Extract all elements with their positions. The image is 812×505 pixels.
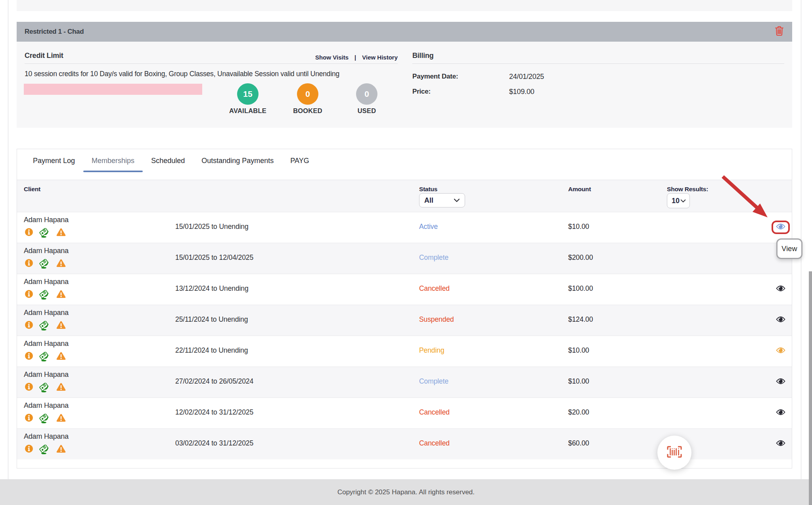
view-membership-eye-button[interactable] (776, 285, 785, 292)
warning-icon[interactable] (56, 352, 66, 362)
warning-icon[interactable] (56, 290, 66, 300)
membership-amount: $20.00 (568, 408, 589, 416)
tab-payment-log[interactable]: Payment Log (25, 149, 83, 180)
membership-status: Cancelled (419, 284, 450, 292)
membership-row: Adam Hapana 25/11/2024 to Unending Suspe… (17, 305, 792, 336)
warning-icon[interactable] (56, 383, 66, 393)
billing-field-label: Price: (412, 88, 509, 96)
show-visits-link[interactable]: Show Visits (315, 54, 349, 61)
barcode-scan-icon (667, 446, 682, 459)
credit-limit-description: 10 session credits for 10 Day/s valid fo… (25, 70, 398, 78)
billing-field: Price: $109.00 (412, 84, 784, 99)
client-name: Adam Hapana (24, 278, 69, 286)
billing-field: Payment Date: 24/01/2025 (412, 69, 784, 84)
payment-money-icon[interactable] (39, 352, 49, 363)
billing-field-value: $109.00 (509, 88, 534, 96)
membership-status: Cancelled (419, 408, 450, 416)
link-separator: | (354, 54, 356, 61)
warning-icon[interactable] (56, 414, 66, 424)
tab-label: Outstanding Payments (201, 157, 274, 165)
column-header-amount: Amount (568, 186, 591, 193)
show-results-value: 10 (672, 197, 680, 205)
membership-row: Adam Hapana 15/01/2025 to 12/04/2025 Com… (17, 243, 792, 274)
barcode-scan-button[interactable] (657, 436, 691, 470)
chevron-down-icon (454, 197, 460, 204)
membership-row: Adam Hapana 12/02/2024 to 31/12/2025 Can… (17, 397, 792, 428)
view-membership-eye-button[interactable] (776, 440, 785, 446)
view-membership-eye-button[interactable] (776, 347, 785, 353)
membership-amount: $200.00 (568, 253, 593, 261)
chevron-down-icon (680, 197, 686, 204)
info-icon[interactable] (25, 445, 33, 454)
status-filter-select[interactable]: All (419, 193, 465, 207)
view-membership-eye-button[interactable] (776, 378, 785, 384)
tab-memberships[interactable]: Memberships (83, 149, 143, 180)
membership-status: Cancelled (419, 439, 450, 447)
payment-money-icon[interactable] (39, 383, 49, 394)
payment-money-icon[interactable] (39, 290, 49, 301)
payment-money-icon[interactable] (39, 259, 49, 270)
warning-icon[interactable] (56, 321, 66, 331)
copyright-text: Copyright © 2025 Hapana. All rights rese… (337, 488, 475, 496)
membership-row: Adam Hapana 27/02/2024 to 26/05/2024 Com… (17, 367, 792, 397)
view-history-link[interactable]: View History (362, 54, 398, 61)
client-name: Adam Hapana (24, 371, 69, 379)
tab-outstanding-payments[interactable]: Outstanding Payments (193, 149, 282, 180)
billing-field-value: 24/01/2025 (509, 73, 544, 81)
membership-card-header: Restricted 1 - Chad (17, 22, 792, 42)
membership-status: Suspended (419, 315, 454, 323)
warning-icon[interactable] (56, 228, 66, 238)
stat-label: USED (343, 107, 391, 115)
payments-panel: Payment LogMembershipsScheduledOutstandi… (17, 149, 792, 469)
tab-label: Scheduled (151, 157, 185, 165)
info-icon[interactable] (25, 352, 33, 361)
stat-label: BOOKED (284, 107, 331, 115)
info-icon[interactable] (25, 228, 33, 238)
membership-status: Pending (419, 346, 444, 354)
view-membership-eye-button[interactable] (776, 316, 785, 323)
membership-period: 22/11/2024 to Unending (175, 346, 248, 354)
view-membership-eye-button[interactable] (776, 409, 785, 415)
warning-icon[interactable] (56, 445, 66, 455)
client-name: Adam Hapana (24, 340, 69, 348)
membership-amount: $10.00 (568, 346, 589, 354)
membership-status: Complete (419, 253, 448, 261)
membership-period: 15/01/2025 to 12/04/2025 (175, 253, 253, 261)
info-icon[interactable] (25, 414, 33, 423)
info-icon[interactable] (25, 290, 33, 300)
status-filter-value: All (424, 196, 433, 205)
credit-stat-available: 15 AVAILABLE (224, 83, 272, 115)
warning-icon[interactable] (56, 259, 66, 269)
membership-row: Adam Hapana 15/01/2025 to Unending Activ… (17, 212, 792, 243)
credit-stat-used: 0 USED (343, 83, 391, 115)
membership-status: Active (419, 222, 438, 230)
stat-bubble: 0 (356, 83, 377, 105)
payment-money-icon[interactable] (39, 321, 49, 332)
payment-money-icon[interactable] (39, 414, 49, 425)
billing-heading: Billing (412, 52, 434, 60)
tab-label: Payment Log (33, 157, 75, 165)
membership-amount: $10.00 (568, 377, 589, 385)
client-name: Adam Hapana (24, 247, 69, 255)
info-icon[interactable] (25, 259, 33, 269)
trash-icon (775, 26, 784, 38)
tab-payg[interactable]: PAYG (282, 149, 317, 180)
show-results-select[interactable]: 10 (667, 193, 690, 208)
membership-card-body: Credit Limit Show Visits | View History … (17, 42, 792, 128)
membership-row: Adam Hapana 13/12/2024 to Unending Cance… (17, 274, 792, 305)
payment-money-icon[interactable] (39, 445, 49, 456)
membership-amount: $10.00 (568, 222, 589, 230)
tab-scheduled[interactable]: Scheduled (143, 149, 193, 180)
membership-period: 03/02/2024 to 31/12/2025 (175, 439, 253, 447)
tab-bar: Payment LogMembershipsScheduledOutstandi… (17, 149, 792, 180)
payment-money-icon[interactable] (39, 228, 49, 239)
delete-membership-button[interactable] (775, 27, 784, 37)
column-header-show-results: Show Results: (667, 186, 708, 193)
page-footer: Copyright © 2025 Hapana. All rights rese… (0, 479, 812, 505)
info-icon[interactable] (25, 321, 33, 330)
membership-amount: $124.00 (568, 315, 593, 323)
membership-card-title: Restricted 1 - Chad (25, 28, 84, 36)
info-icon[interactable] (25, 383, 33, 392)
membership-card: Restricted 1 - Chad Cred (17, 22, 792, 128)
vertical-scrollbar-thumb[interactable] (809, 271, 812, 505)
